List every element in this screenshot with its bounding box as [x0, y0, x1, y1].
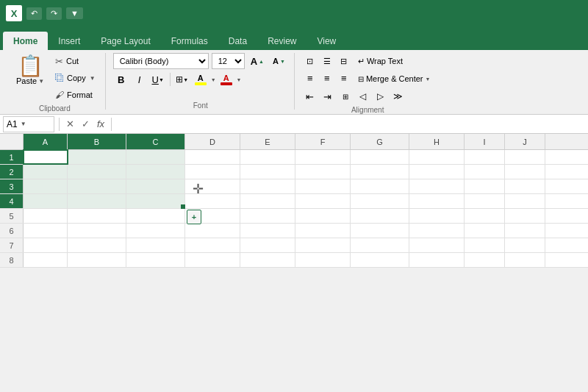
- cell-b2[interactable]: [68, 165, 126, 179]
- cell-e2[interactable]: [240, 165, 295, 179]
- tab-formulas[interactable]: Formulas: [161, 32, 218, 50]
- font-color-button[interactable]: A: [218, 74, 234, 85]
- cell-g1[interactable]: [351, 150, 409, 164]
- row-num-2[interactable]: 2: [0, 165, 24, 179]
- cell-h3[interactable]: [409, 179, 465, 193]
- cell-h5[interactable]: [409, 209, 465, 223]
- col-header-j[interactable]: J: [505, 134, 545, 149]
- cell-g3[interactable]: [351, 179, 409, 193]
- cell-a1[interactable]: [24, 150, 68, 164]
- cell-g5[interactable]: [351, 209, 409, 223]
- cell-c3[interactable]: [126, 179, 185, 193]
- row-num-4[interactable]: 4: [0, 194, 24, 208]
- align-center-button[interactable]: ▷: [373, 88, 389, 104]
- autofill-options-button[interactable]: +: [187, 210, 201, 224]
- cell-a7[interactable]: [24, 238, 68, 252]
- bold-button[interactable]: B: [113, 71, 129, 88]
- cell-d6[interactable]: [185, 224, 240, 238]
- row-num-5[interactable]: 5: [0, 209, 24, 223]
- col-header-d[interactable]: D: [185, 134, 240, 149]
- row-num-8[interactable]: 8: [0, 253, 24, 267]
- autofill-handle[interactable]: [181, 204, 185, 209]
- cell-j1[interactable]: [505, 150, 545, 164]
- cell-i7[interactable]: [465, 238, 505, 252]
- copy-button[interactable]: ⿻ Copy ▼: [51, 70, 99, 86]
- cell-b7[interactable]: [68, 238, 126, 252]
- cell-i1[interactable]: [465, 150, 505, 164]
- cell-d3[interactable]: ✛: [185, 179, 240, 193]
- cell-f4[interactable]: [295, 194, 351, 208]
- align-middle-left[interactable]: ≡: [302, 71, 318, 87]
- italic-button[interactable]: I: [132, 71, 148, 88]
- col-header-e[interactable]: E: [240, 134, 295, 149]
- align-left-button[interactable]: ◁: [355, 88, 371, 104]
- align-middle-center[interactable]: ≡: [319, 71, 335, 87]
- format-painter-button[interactable]: 🖌 Format: [51, 87, 99, 103]
- cell-c4[interactable]: [126, 194, 185, 208]
- cell-a4[interactable]: [24, 194, 68, 208]
- cell-c5[interactable]: [126, 209, 185, 223]
- cell-a2[interactable]: [24, 165, 68, 179]
- align-top-right[interactable]: ⊟: [336, 54, 352, 70]
- col-header-b[interactable]: B: [68, 134, 126, 149]
- align-top-center[interactable]: ☰: [319, 54, 335, 70]
- row-num-1[interactable]: 1: [0, 150, 24, 164]
- cell-f5[interactable]: [295, 209, 351, 223]
- cell-h1[interactable]: [409, 150, 465, 164]
- cell-g4[interactable]: [351, 194, 409, 208]
- cell-j5[interactable]: [505, 209, 545, 223]
- align-top-left[interactable]: ⊡: [302, 54, 318, 70]
- underline-button[interactable]: U ▼: [150, 71, 166, 88]
- cell-b1[interactable]: [68, 150, 126, 164]
- formula-input[interactable]: [116, 119, 585, 129]
- wrap-text-button[interactable]: ↵ Wrap Text: [355, 53, 434, 69]
- tab-view[interactable]: View: [306, 32, 346, 50]
- align-middle-right[interactable]: ≡: [336, 71, 352, 87]
- cell-i3[interactable]: [465, 179, 505, 193]
- text-direction-button[interactable]: ⊞: [337, 88, 354, 104]
- col-header-a[interactable]: A: [24, 134, 68, 149]
- cell-f8[interactable]: [295, 253, 351, 267]
- decrease-font-button[interactable]: A ▼: [270, 53, 288, 69]
- cell-a8[interactable]: [24, 253, 68, 267]
- cell-h8[interactable]: [409, 253, 465, 267]
- align-right-button[interactable]: ≫: [390, 88, 406, 104]
- cell-e6[interactable]: [240, 224, 295, 238]
- cell-j8[interactable]: [505, 253, 545, 267]
- decrease-indent-button[interactable]: ⇤: [302, 88, 318, 104]
- row-num-7[interactable]: 7: [0, 238, 24, 252]
- cell-h6[interactable]: [409, 224, 465, 238]
- row-num-6[interactable]: 6: [0, 224, 24, 238]
- cell-c1[interactable]: [126, 150, 185, 164]
- cut-button[interactable]: ✂ Cut: [51, 53, 99, 69]
- cell-d2[interactable]: [185, 165, 240, 179]
- cell-c6[interactable]: [126, 224, 185, 238]
- cell-j3[interactable]: [505, 179, 545, 193]
- col-header-f[interactable]: F: [295, 134, 351, 149]
- cell-a3[interactable]: [24, 179, 68, 193]
- cell-d8[interactable]: [185, 253, 240, 267]
- cell-b8[interactable]: [68, 253, 126, 267]
- cell-j7[interactable]: [505, 238, 545, 252]
- cell-e5[interactable]: [240, 209, 295, 223]
- cell-i8[interactable]: [465, 253, 505, 267]
- cell-i5[interactable]: [465, 209, 505, 223]
- cell-c2[interactable]: [126, 165, 185, 179]
- cell-f7[interactable]: [295, 238, 351, 252]
- cell-b5[interactable]: [68, 209, 126, 223]
- cell-i4[interactable]: [465, 194, 505, 208]
- increase-font-button[interactable]: A ▲: [248, 53, 267, 69]
- cell-i2[interactable]: [465, 165, 505, 179]
- insert-function-button[interactable]: fx: [95, 118, 107, 129]
- tab-home[interactable]: Home: [3, 32, 48, 50]
- cell-i6[interactable]: [465, 224, 505, 238]
- tab-review[interactable]: Review: [257, 32, 306, 50]
- col-header-i[interactable]: I: [465, 134, 505, 149]
- increase-indent-button[interactable]: ⇥: [320, 88, 336, 104]
- cell-b4[interactable]: [68, 194, 126, 208]
- cell-h7[interactable]: [409, 238, 465, 252]
- col-header-g[interactable]: G: [351, 134, 409, 149]
- cell-e4[interactable]: [240, 194, 295, 208]
- cell-b6[interactable]: [68, 224, 126, 238]
- cell-e3[interactable]: [240, 179, 295, 193]
